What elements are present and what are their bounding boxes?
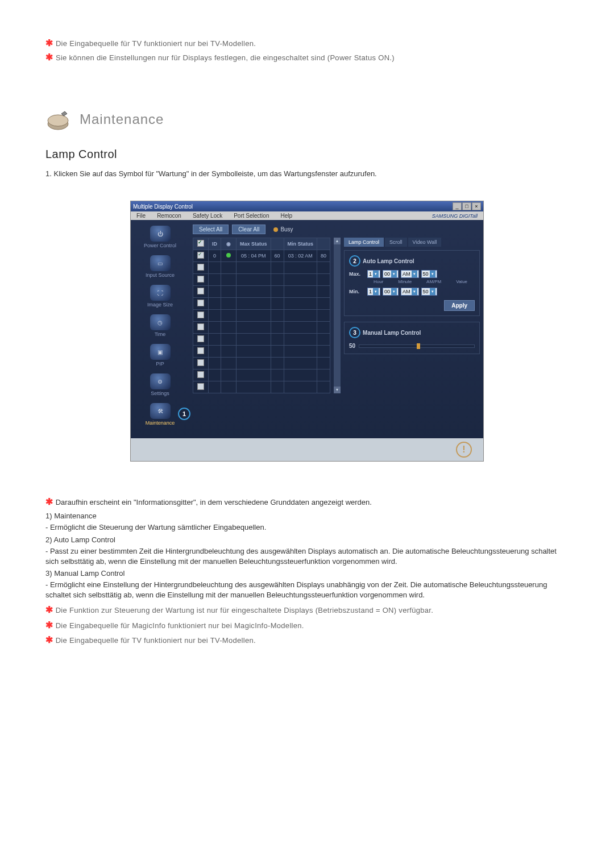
sidebar-item-settings[interactable]: ⚙Settings xyxy=(133,373,187,396)
sidebar-item-image-size[interactable]: ⛶Image Size xyxy=(133,285,187,308)
note-text: Die Eingabequelle für TV funktioniert nu… xyxy=(56,39,256,48)
menu-safety-lock[interactable]: Safety Lock xyxy=(187,213,228,219)
tab-lamp-control[interactable]: Lamp Control xyxy=(344,238,384,247)
menu-help[interactable]: Help xyxy=(275,213,298,219)
sidebar-item-input-source[interactable]: ▭Input Source xyxy=(133,255,187,278)
section-title: Maintenance xyxy=(80,111,164,127)
max-hour-select[interactable]: 1▾ xyxy=(367,270,380,278)
info-icon: ! xyxy=(456,442,472,458)
callout-2-icon: 2 xyxy=(349,255,360,267)
note-text: Sie können die Einstellungen nur für Dis… xyxy=(56,53,395,62)
sidebar: ⏻Power Control ▭Input Source ⛶Image Size… xyxy=(131,220,189,438)
display-table: ID ◉ Max Status Min Status 0 05 : 04 PM … xyxy=(193,238,330,393)
callout-1-icon: 1 xyxy=(178,408,190,420)
close-button[interactable]: × xyxy=(472,202,481,210)
app-screenshot: Multiple Display Control _ □ × File Remo… xyxy=(130,201,484,462)
status-bar: ! xyxy=(131,438,483,461)
col-min-status: Min Status xyxy=(284,238,317,250)
sub-title: Lamp Control xyxy=(45,148,569,161)
star-icon: ✱ xyxy=(45,496,53,508)
header-checkbox[interactable] xyxy=(197,240,204,247)
table-row[interactable]: 0 05 : 04 PM 60 03 : 02 AM 80 xyxy=(193,250,330,262)
tab-video-wall[interactable]: Video Wall xyxy=(408,238,442,247)
titlebar: Multiple Display Control _ □ × xyxy=(131,201,483,211)
top-notes: ✱ Die Eingabequelle für TV funktioniert … xyxy=(45,38,569,63)
menu-file[interactable]: File xyxy=(131,213,151,219)
svg-point-1 xyxy=(48,115,68,126)
apply-button[interactable]: Apply xyxy=(444,300,475,311)
min-ampm-select[interactable]: AM▾ xyxy=(401,288,419,296)
step-line: 1. Klicken Sie auf das Symbol für "Wartu… xyxy=(45,169,569,178)
star-icon: ✱ xyxy=(45,52,53,63)
menu-port-selection[interactable]: Port Selection xyxy=(228,213,275,219)
min-hour-select[interactable]: 1▾ xyxy=(367,288,380,296)
row-checkbox[interactable] xyxy=(197,252,204,259)
lamp-slider[interactable] xyxy=(359,344,475,348)
max-val-select[interactable]: 50▾ xyxy=(421,270,437,278)
description-block: ✱ Daraufhin erscheint ein "Informationsg… xyxy=(45,496,569,647)
callout-3-icon: 3 xyxy=(349,327,360,338)
col-max-status: Max Status xyxy=(237,238,271,250)
maximize-button[interactable]: □ xyxy=(462,202,471,210)
auto-lamp-panel: 2Auto Lamp Control Max. 1▾ 00▾ AM▾ 50▾ H… xyxy=(344,250,480,316)
minimize-button[interactable]: _ xyxy=(453,202,462,210)
sidebar-item-power-control[interactable]: ⏻Power Control xyxy=(133,226,187,248)
star-icon: ✱ xyxy=(45,619,53,632)
sidebar-item-time[interactable]: ◷Time xyxy=(133,314,187,337)
star-icon: ✱ xyxy=(45,604,53,616)
section-header: Maintenance xyxy=(45,108,569,131)
slider-value: 50 xyxy=(349,343,355,349)
min-min-select[interactable]: 00▾ xyxy=(383,288,399,296)
select-all-button[interactable]: Select All xyxy=(193,225,229,234)
menubar: File Remocon Safety Lock Port Selection … xyxy=(131,211,483,220)
brand-label: SAMSUNG DIGITall xyxy=(426,213,483,219)
maintenance-icon xyxy=(45,108,74,131)
menu-remocon[interactable]: Remocon xyxy=(151,213,187,219)
sidebar-item-pip[interactable]: ▣PIP xyxy=(133,344,187,367)
manual-lamp-panel: 3Manual Lamp Control 50 xyxy=(344,322,480,354)
sidebar-item-maintenance[interactable]: 🛠 Maintenance 1 xyxy=(133,403,187,426)
col-id: ID xyxy=(209,238,221,250)
star-icon: ✱ xyxy=(45,634,53,646)
star-icon: ✱ xyxy=(45,38,53,48)
max-min-select[interactable]: 00▾ xyxy=(383,270,399,278)
app-title: Multiple Display Control xyxy=(133,203,193,210)
table-scrollbar[interactable]: ▲ ▼ xyxy=(334,238,341,393)
min-val-select[interactable]: 50▾ xyxy=(421,288,437,296)
status-dot-icon xyxy=(226,253,231,258)
clear-all-button[interactable]: Clear All xyxy=(232,225,265,234)
max-ampm-select[interactable]: AM▾ xyxy=(401,270,419,278)
tab-scroll[interactable]: Scroll xyxy=(385,238,407,247)
busy-indicator: Busy xyxy=(273,226,293,232)
